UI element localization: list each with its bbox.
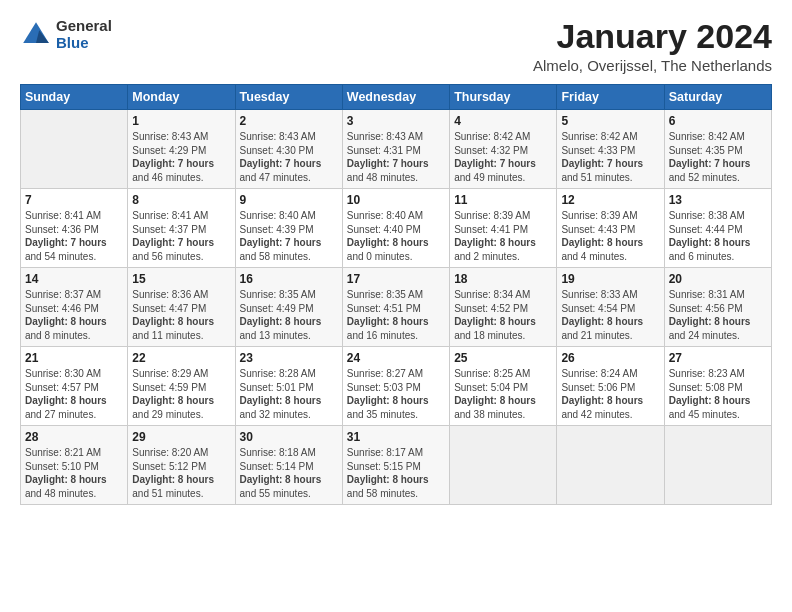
day-number: 11 bbox=[454, 193, 552, 207]
calendar-cell: 26Sunrise: 8:24 AMSunset: 5:06 PMDayligh… bbox=[557, 347, 664, 426]
day-number: 17 bbox=[347, 272, 445, 286]
calendar-week-5: 28Sunrise: 8:21 AMSunset: 5:10 PMDayligh… bbox=[21, 426, 772, 505]
day-number: 3 bbox=[347, 114, 445, 128]
day-number: 18 bbox=[454, 272, 552, 286]
day-info: Sunrise: 8:25 AMSunset: 5:04 PMDaylight:… bbox=[454, 367, 552, 421]
col-wednesday: Wednesday bbox=[342, 85, 449, 110]
header: General Blue January 2024 Almelo, Overij… bbox=[20, 18, 772, 74]
calendar-cell: 31Sunrise: 8:17 AMSunset: 5:15 PMDayligh… bbox=[342, 426, 449, 505]
day-info: Sunrise: 8:39 AMSunset: 4:41 PMDaylight:… bbox=[454, 209, 552, 263]
calendar-cell bbox=[557, 426, 664, 505]
calendar-cell: 30Sunrise: 8:18 AMSunset: 5:14 PMDayligh… bbox=[235, 426, 342, 505]
day-number: 28 bbox=[25, 430, 123, 444]
col-saturday: Saturday bbox=[664, 85, 771, 110]
day-info: Sunrise: 8:29 AMSunset: 4:59 PMDaylight:… bbox=[132, 367, 230, 421]
day-info: Sunrise: 8:34 AMSunset: 4:52 PMDaylight:… bbox=[454, 288, 552, 342]
day-number: 29 bbox=[132, 430, 230, 444]
day-info: Sunrise: 8:20 AMSunset: 5:12 PMDaylight:… bbox=[132, 446, 230, 500]
calendar-cell: 6Sunrise: 8:42 AMSunset: 4:35 PMDaylight… bbox=[664, 110, 771, 189]
day-number: 7 bbox=[25, 193, 123, 207]
col-tuesday: Tuesday bbox=[235, 85, 342, 110]
day-info: Sunrise: 8:36 AMSunset: 4:47 PMDaylight:… bbox=[132, 288, 230, 342]
calendar-cell: 23Sunrise: 8:28 AMSunset: 5:01 PMDayligh… bbox=[235, 347, 342, 426]
calendar-cell: 11Sunrise: 8:39 AMSunset: 4:41 PMDayligh… bbox=[450, 189, 557, 268]
logo-icon bbox=[20, 19, 52, 51]
calendar-cell: 18Sunrise: 8:34 AMSunset: 4:52 PMDayligh… bbox=[450, 268, 557, 347]
day-number: 10 bbox=[347, 193, 445, 207]
day-info: Sunrise: 8:37 AMSunset: 4:46 PMDaylight:… bbox=[25, 288, 123, 342]
day-number: 19 bbox=[561, 272, 659, 286]
day-info: Sunrise: 8:27 AMSunset: 5:03 PMDaylight:… bbox=[347, 367, 445, 421]
day-number: 2 bbox=[240, 114, 338, 128]
calendar-cell: 12Sunrise: 8:39 AMSunset: 4:43 PMDayligh… bbox=[557, 189, 664, 268]
day-info: Sunrise: 8:24 AMSunset: 5:06 PMDaylight:… bbox=[561, 367, 659, 421]
logo: General Blue bbox=[20, 18, 112, 51]
calendar-page: General Blue January 2024 Almelo, Overij… bbox=[0, 0, 792, 612]
day-number: 20 bbox=[669, 272, 767, 286]
day-number: 5 bbox=[561, 114, 659, 128]
day-info: Sunrise: 8:42 AMSunset: 4:33 PMDaylight:… bbox=[561, 130, 659, 184]
day-info: Sunrise: 8:41 AMSunset: 4:36 PMDaylight:… bbox=[25, 209, 123, 263]
logo-general: General bbox=[56, 18, 112, 35]
day-info: Sunrise: 8:33 AMSunset: 4:54 PMDaylight:… bbox=[561, 288, 659, 342]
day-number: 9 bbox=[240, 193, 338, 207]
col-friday: Friday bbox=[557, 85, 664, 110]
col-thursday: Thursday bbox=[450, 85, 557, 110]
location-subtitle: Almelo, Overijssel, The Netherlands bbox=[533, 57, 772, 74]
col-sunday: Sunday bbox=[21, 85, 128, 110]
day-info: Sunrise: 8:31 AMSunset: 4:56 PMDaylight:… bbox=[669, 288, 767, 342]
col-monday: Monday bbox=[128, 85, 235, 110]
day-info: Sunrise: 8:30 AMSunset: 4:57 PMDaylight:… bbox=[25, 367, 123, 421]
day-number: 16 bbox=[240, 272, 338, 286]
title-block: January 2024 Almelo, Overijssel, The Net… bbox=[533, 18, 772, 74]
calendar-week-1: 1Sunrise: 8:43 AMSunset: 4:29 PMDaylight… bbox=[21, 110, 772, 189]
calendar-body: 1Sunrise: 8:43 AMSunset: 4:29 PMDaylight… bbox=[21, 110, 772, 505]
calendar-cell: 27Sunrise: 8:23 AMSunset: 5:08 PMDayligh… bbox=[664, 347, 771, 426]
day-info: Sunrise: 8:43 AMSunset: 4:31 PMDaylight:… bbox=[347, 130, 445, 184]
day-info: Sunrise: 8:43 AMSunset: 4:30 PMDaylight:… bbox=[240, 130, 338, 184]
calendar-cell: 2Sunrise: 8:43 AMSunset: 4:30 PMDaylight… bbox=[235, 110, 342, 189]
day-info: Sunrise: 8:35 AMSunset: 4:49 PMDaylight:… bbox=[240, 288, 338, 342]
calendar-cell: 19Sunrise: 8:33 AMSunset: 4:54 PMDayligh… bbox=[557, 268, 664, 347]
day-number: 30 bbox=[240, 430, 338, 444]
header-row: Sunday Monday Tuesday Wednesday Thursday… bbox=[21, 85, 772, 110]
day-info: Sunrise: 8:38 AMSunset: 4:44 PMDaylight:… bbox=[669, 209, 767, 263]
day-number: 22 bbox=[132, 351, 230, 365]
calendar-cell: 17Sunrise: 8:35 AMSunset: 4:51 PMDayligh… bbox=[342, 268, 449, 347]
day-number: 4 bbox=[454, 114, 552, 128]
calendar-header: Sunday Monday Tuesday Wednesday Thursday… bbox=[21, 85, 772, 110]
calendar-cell: 8Sunrise: 8:41 AMSunset: 4:37 PMDaylight… bbox=[128, 189, 235, 268]
month-title: January 2024 bbox=[533, 18, 772, 55]
calendar-week-4: 21Sunrise: 8:30 AMSunset: 4:57 PMDayligh… bbox=[21, 347, 772, 426]
calendar-table: Sunday Monday Tuesday Wednesday Thursday… bbox=[20, 84, 772, 505]
day-number: 8 bbox=[132, 193, 230, 207]
calendar-week-3: 14Sunrise: 8:37 AMSunset: 4:46 PMDayligh… bbox=[21, 268, 772, 347]
day-info: Sunrise: 8:21 AMSunset: 5:10 PMDaylight:… bbox=[25, 446, 123, 500]
day-info: Sunrise: 8:18 AMSunset: 5:14 PMDaylight:… bbox=[240, 446, 338, 500]
day-info: Sunrise: 8:40 AMSunset: 4:40 PMDaylight:… bbox=[347, 209, 445, 263]
day-number: 24 bbox=[347, 351, 445, 365]
calendar-cell bbox=[664, 426, 771, 505]
calendar-cell bbox=[450, 426, 557, 505]
calendar-cell: 25Sunrise: 8:25 AMSunset: 5:04 PMDayligh… bbox=[450, 347, 557, 426]
day-number: 13 bbox=[669, 193, 767, 207]
day-info: Sunrise: 8:41 AMSunset: 4:37 PMDaylight:… bbox=[132, 209, 230, 263]
day-number: 14 bbox=[25, 272, 123, 286]
day-info: Sunrise: 8:42 AMSunset: 4:35 PMDaylight:… bbox=[669, 130, 767, 184]
calendar-cell bbox=[21, 110, 128, 189]
calendar-cell: 4Sunrise: 8:42 AMSunset: 4:32 PMDaylight… bbox=[450, 110, 557, 189]
calendar-cell: 7Sunrise: 8:41 AMSunset: 4:36 PMDaylight… bbox=[21, 189, 128, 268]
calendar-cell: 10Sunrise: 8:40 AMSunset: 4:40 PMDayligh… bbox=[342, 189, 449, 268]
calendar-cell: 22Sunrise: 8:29 AMSunset: 4:59 PMDayligh… bbox=[128, 347, 235, 426]
day-number: 15 bbox=[132, 272, 230, 286]
day-info: Sunrise: 8:43 AMSunset: 4:29 PMDaylight:… bbox=[132, 130, 230, 184]
calendar-cell: 28Sunrise: 8:21 AMSunset: 5:10 PMDayligh… bbox=[21, 426, 128, 505]
day-number: 1 bbox=[132, 114, 230, 128]
day-number: 26 bbox=[561, 351, 659, 365]
day-info: Sunrise: 8:23 AMSunset: 5:08 PMDaylight:… bbox=[669, 367, 767, 421]
day-info: Sunrise: 8:28 AMSunset: 5:01 PMDaylight:… bbox=[240, 367, 338, 421]
day-number: 31 bbox=[347, 430, 445, 444]
calendar-cell: 24Sunrise: 8:27 AMSunset: 5:03 PMDayligh… bbox=[342, 347, 449, 426]
calendar-cell: 13Sunrise: 8:38 AMSunset: 4:44 PMDayligh… bbox=[664, 189, 771, 268]
day-number: 27 bbox=[669, 351, 767, 365]
